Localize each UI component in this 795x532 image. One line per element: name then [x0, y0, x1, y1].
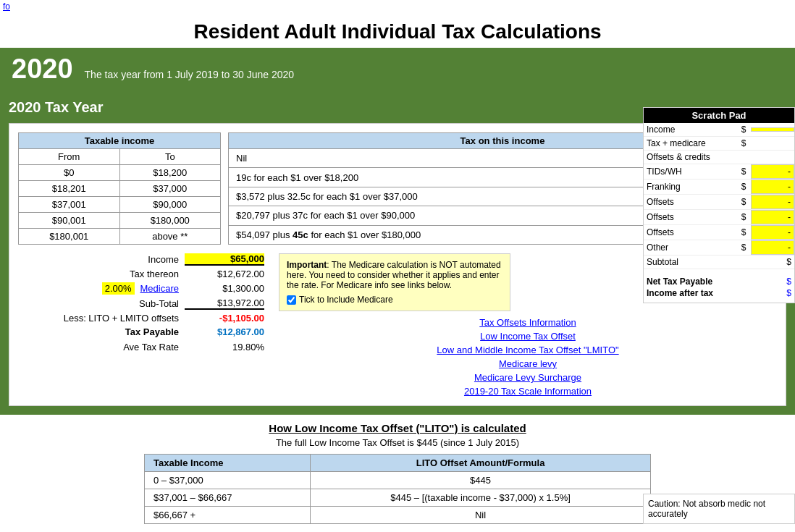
income-after-tax-label: Income after tax	[647, 288, 713, 298]
info-link[interactable]: Medicare levy	[279, 358, 777, 369]
net-tax-value: $	[786, 276, 791, 287]
lito-subtitle: The full Low Income Tax Offset is $445 (…	[14, 437, 781, 448]
scratch-pad-header: Scratch Pad	[644, 108, 794, 123]
income-row: Income $65,000	[18, 253, 264, 266]
lito-row: $66,667 +Nil	[145, 507, 651, 524]
scratch-label: Franking	[644, 180, 736, 193]
subtotal-row: Sub-Total $13,972.00	[18, 297, 264, 310]
scratch-row: Income $	[644, 123, 794, 137]
lito-row: 0 – $37,000$445	[145, 472, 651, 489]
scratch-row: Tax + medicare $	[644, 137, 794, 151]
scratch-dollar: $	[736, 241, 751, 254]
taxable-income-table: Taxable income From To $0$18,200$18,201$…	[18, 132, 221, 245]
to-cell: $37,000	[119, 181, 221, 197]
scratch-dollar: $	[736, 137, 751, 150]
lito-taxable-cell: $37,001 – $66,667	[145, 489, 311, 507]
scratch-value[interactable]: -	[751, 240, 794, 255]
scratch-dollar: $	[736, 180, 751, 193]
table-row: $37,001$90,000	[19, 197, 221, 213]
tax-payable-label: Tax Payable	[18, 326, 179, 337]
lito-offset-cell: $445	[311, 472, 651, 489]
info-link[interactable]: Tax Offsets Information	[279, 317, 777, 328]
tick-row: Tick to Include Medicare	[287, 295, 502, 305]
table-row: $180,001above **	[19, 229, 221, 245]
scratch-value[interactable]	[751, 127, 794, 132]
lito-taxable-cell: 0 – $37,000	[145, 472, 311, 489]
info-link[interactable]: 2019-20 Tax Scale Information	[279, 386, 777, 397]
scratch-label: Subtotal	[644, 256, 736, 269]
scratch-row: Subtotal $	[644, 256, 794, 269]
tax-thereon-label: Tax thereon	[18, 269, 179, 279]
tax-payable-value: $12,867.00	[185, 326, 264, 337]
scratch-dollar	[736, 261, 751, 263]
lito-row: Less: LITO + LMITO offsets -$1,105.00	[18, 313, 264, 324]
to-cell: $90,000	[119, 197, 221, 213]
lito-title: How Low Income Tax Offset ("LITO") is ca…	[14, 422, 781, 434]
from-header: From	[19, 149, 120, 165]
to-cell: $18,200	[119, 165, 221, 181]
lito-offset-cell: Nil	[311, 507, 651, 524]
caution-text: Caution: Not absorb medic not accurately	[648, 499, 765, 519]
lito-offset-cell: $445 – [(taxable income - $37,000) x 1.5…	[311, 489, 651, 507]
important-bold: Important: The Medicare calculation is N…	[287, 260, 501, 290]
info-link[interactable]: Medicare Levy Surcharge	[279, 372, 777, 383]
scratch-value[interactable]: -	[751, 164, 794, 179]
scratch-label: Offsets	[644, 195, 736, 208]
taxable-income-header: Taxable income	[19, 133, 221, 149]
net-tax-label: Net Tax Payable	[647, 276, 712, 287]
table-row: $90,001$180,000	[19, 213, 221, 229]
scratch-value[interactable]: -	[751, 195, 794, 209]
medicare-link[interactable]: Medicare	[140, 283, 179, 294]
scratch-row: Franking $ -	[644, 180, 794, 195]
lito-value: -$1,105.00	[185, 313, 264, 324]
ave-tax-rate-label: Ave Tax Rate	[18, 342, 179, 352]
lito-taxable-cell: $66,667 +	[145, 507, 311, 524]
info-link[interactable]: Low Income Tax Offset	[279, 331, 777, 342]
scratch-label: Offsets	[644, 226, 736, 239]
lito-col2-header: LITO Offset Amount/Formula	[311, 455, 651, 472]
ave-tax-rate-value: 19.80%	[185, 342, 264, 352]
scratch-row: Offsets $ -	[644, 225, 794, 240]
to-header: To	[119, 149, 221, 165]
scratch-value	[751, 142, 794, 145]
page-title: Resident Adult Individual Tax Calculatio…	[0, 13, 795, 48]
from-cell: $18,201	[19, 181, 120, 197]
medicare-checkbox[interactable]	[287, 295, 296, 305]
income-after-tax-value: $	[786, 288, 791, 298]
scratch-row: Offsets $ -	[644, 210, 794, 225]
scratch-dollar	[736, 156, 751, 159]
scratch-label: Other	[644, 241, 736, 254]
scratch-dollar: $	[736, 123, 751, 136]
scratch-label: TIDs/WH	[644, 165, 736, 178]
scratch-value[interactable]: -	[751, 210, 794, 224]
lito-col1-header: Taxable Income	[145, 455, 311, 472]
caution-box: Caution: Not absorb medic not accurately	[643, 494, 795, 524]
scratch-value[interactable]: -	[751, 225, 794, 240]
scratch-dollar: $	[736, 165, 751, 178]
scratch-dollar: $	[736, 211, 751, 224]
scratch-value	[751, 156, 794, 159]
scratch-row: TIDs/WH $ -	[644, 164, 794, 180]
to-cell: $180,000	[119, 213, 221, 229]
scratch-dollar: $	[736, 226, 751, 239]
lito-row: $37,001 – $66,667$445 – [(taxable income…	[145, 489, 651, 507]
scratch-label: Offsets & credits	[644, 151, 736, 164]
medicare-pct[interactable]: 2.00%	[102, 282, 135, 295]
links-section: Tax Offsets InformationLow Income Tax Of…	[279, 317, 777, 397]
scratch-row: Offsets $ -	[644, 195, 794, 210]
year-banner: 2020 The tax year from 1 July 2019 to 30…	[0, 48, 795, 90]
from-cell: $37,001	[19, 197, 120, 213]
tick-label: Tick to Include Medicare	[299, 295, 393, 305]
from-cell: $0	[19, 165, 120, 181]
medicare-row: 2.00% Medicare $1,300.00	[18, 282, 264, 295]
from-cell: $90,001	[19, 213, 120, 229]
ave-tax-rate-row: Ave Tax Rate 19.80%	[18, 342, 264, 352]
top-link[interactable]: fo	[0, 0, 13, 13]
income-value[interactable]: $65,000	[185, 253, 264, 266]
to-cell: above **	[119, 229, 221, 245]
scratch-dollar: $	[736, 195, 751, 208]
scratch-row: Other $ -	[644, 240, 794, 256]
income-after-tax-row: Income after tax $	[647, 288, 791, 298]
scratch-value[interactable]: -	[751, 180, 794, 194]
info-link[interactable]: Low and Middle Income Tax Offset "LMITO"	[279, 345, 777, 355]
